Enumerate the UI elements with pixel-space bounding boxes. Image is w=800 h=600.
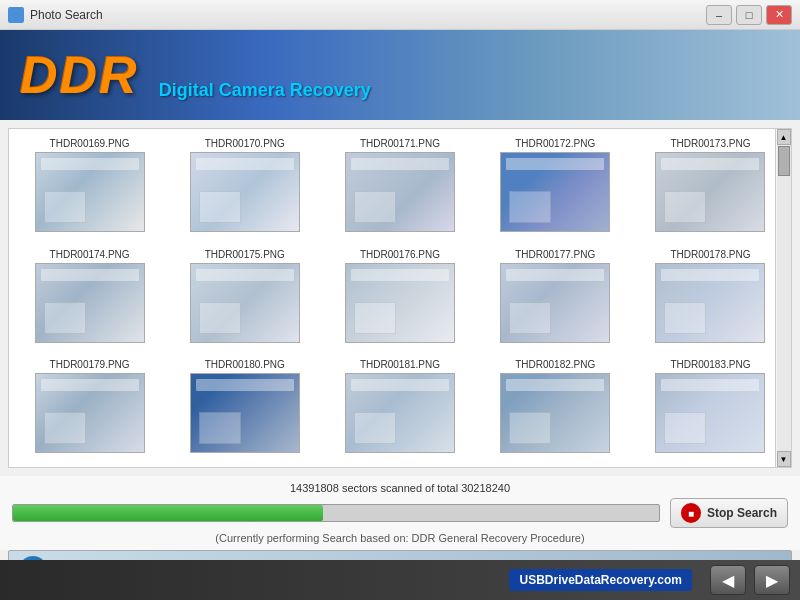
- ddr-logo: DDR: [20, 45, 139, 105]
- list-item[interactable]: THDR00181.PNG: [323, 354, 476, 463]
- list-item[interactable]: THDR00170.PNG: [168, 133, 321, 242]
- list-item[interactable]: THDR00173.PNG: [634, 133, 787, 242]
- next-button[interactable]: ▶: [754, 565, 790, 595]
- scroll-up-arrow[interactable]: ▲: [777, 129, 791, 145]
- list-item[interactable]: THDR00175.PNG: [168, 244, 321, 353]
- thumbnail-filename: THDR00178.PNG: [670, 249, 750, 260]
- thumbnail-image: [655, 373, 765, 453]
- thumbnail-image: [500, 152, 610, 232]
- thumbnail-image: [35, 373, 145, 453]
- thumbnail-filename: THDR00176.PNG: [360, 249, 440, 260]
- title-bar: Photo Search – □ ✕: [0, 0, 800, 30]
- title-bar-controls: – □ ✕: [706, 5, 792, 25]
- thumbnail-image: [190, 263, 300, 343]
- thumbnail-filename: THDR00182.PNG: [515, 359, 595, 370]
- thumbnail-filename: THDR00179.PNG: [50, 359, 130, 370]
- thumbnail-filename: THDR00177.PNG: [515, 249, 595, 260]
- thumbnail-image: [655, 263, 765, 343]
- list-item[interactable]: THDR00171.PNG: [323, 133, 476, 242]
- brand-badge: USBDriveDataRecovery.com: [509, 569, 692, 591]
- list-item[interactable]: THDR00180.PNG: [168, 354, 321, 463]
- thumbnail-image: [345, 152, 455, 232]
- app-subtitle: Digital Camera Recovery: [159, 80, 371, 101]
- thumbnail-grid: THDR00169.PNGTHDR00170.PNGTHDR00171.PNGT…: [9, 129, 791, 467]
- thumbnail-image: [190, 152, 300, 232]
- scroll-thumb[interactable]: [778, 146, 790, 176]
- stop-search-button[interactable]: ■ Stop Search: [670, 498, 788, 528]
- list-item[interactable]: THDR00169.PNG: [13, 133, 166, 242]
- list-item[interactable]: THDR00174.PNG: [13, 244, 166, 353]
- thumbnail-image: [345, 263, 455, 343]
- progress-row: ■ Stop Search: [12, 498, 788, 528]
- scroll-down-arrow[interactable]: ▼: [777, 451, 791, 467]
- scroll-track[interactable]: [777, 145, 791, 451]
- thumbnail-filename: THDR00181.PNG: [360, 359, 440, 370]
- thumbnail-image: [345, 373, 455, 453]
- list-item[interactable]: THDR00172.PNG: [479, 133, 632, 242]
- thumbnail-image: [500, 263, 610, 343]
- stop-search-label: Stop Search: [707, 506, 777, 520]
- list-item[interactable]: THDR00178.PNG: [634, 244, 787, 353]
- progress-section: 14391808 sectors scanned of total 302182…: [0, 476, 800, 550]
- list-item[interactable]: THDR00177.PNG: [479, 244, 632, 353]
- thumbnail-filename: THDR00169.PNG: [50, 138, 130, 149]
- thumbnail-filename: THDR00173.PNG: [670, 138, 750, 149]
- stop-icon: ■: [681, 503, 701, 523]
- list-item[interactable]: THDR00179.PNG: [13, 354, 166, 463]
- thumbnail-image: [35, 263, 145, 343]
- progress-bar-container: [12, 504, 660, 522]
- scrollbar[interactable]: ▲ ▼: [775, 129, 791, 467]
- bottom-bar: USBDriveDataRecovery.com ◀ ▶: [0, 560, 800, 600]
- thumbnail-image: [190, 373, 300, 453]
- thumbnail-filename: THDR00174.PNG: [50, 249, 130, 260]
- app-header: DDR Digital Camera Recovery: [0, 30, 800, 120]
- title-bar-text: Photo Search: [30, 8, 706, 22]
- minimize-button[interactable]: –: [706, 5, 732, 25]
- thumbnail-filename: THDR00175.PNG: [205, 249, 285, 260]
- maximize-button[interactable]: □: [736, 5, 762, 25]
- sectors-info: 14391808 sectors scanned of total 302182…: [12, 482, 788, 494]
- procedure-info: (Currently performing Search based on: D…: [12, 532, 788, 544]
- thumbnail-filename: THDR00180.PNG: [205, 359, 285, 370]
- app-icon: [8, 7, 24, 23]
- prev-button[interactable]: ◀: [710, 565, 746, 595]
- list-item[interactable]: THDR00176.PNG: [323, 244, 476, 353]
- close-button[interactable]: ✕: [766, 5, 792, 25]
- thumbnail-filename: THDR00170.PNG: [205, 138, 285, 149]
- thumbnail-filename: THDR00171.PNG: [360, 138, 440, 149]
- thumbnail-image: [500, 373, 610, 453]
- thumbnail-filename: THDR00183.PNG: [670, 359, 750, 370]
- thumbnail-filename: THDR00172.PNG: [515, 138, 595, 149]
- thumbnail-grid-container: THDR00169.PNGTHDR00170.PNGTHDR00171.PNGT…: [8, 128, 792, 468]
- progress-bar-fill: [13, 505, 323, 521]
- thumbnail-image: [655, 152, 765, 232]
- thumbnail-image: [35, 152, 145, 232]
- list-item[interactable]: THDR00183.PNG: [634, 354, 787, 463]
- list-item[interactable]: THDR00182.PNG: [479, 354, 632, 463]
